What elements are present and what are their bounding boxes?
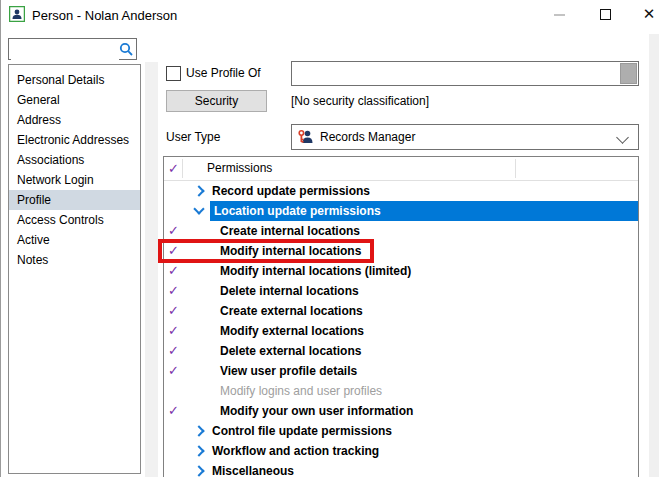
checkmark-icon: ✓: [168, 361, 179, 381]
sidebar-item-electronic-addresses[interactable]: Electronic Addresses: [9, 130, 140, 150]
section-list: Personal Details General Address Electro…: [8, 64, 141, 474]
maximize-button[interactable]: [588, 0, 622, 28]
tree-row-view-user-profile-details[interactable]: ✓ View user profile details: [164, 361, 638, 381]
checkmark-icon: ✓: [168, 241, 179, 261]
sidebar-item-network-login[interactable]: Network Login: [9, 170, 140, 190]
maximize-icon: [600, 9, 611, 20]
tree-header-label: Permissions: [207, 157, 272, 180]
minimize-button: [542, 0, 576, 28]
window-title: Person - Nolan Anderson: [32, 8, 177, 23]
checkmark-icon: ✓: [168, 301, 179, 321]
tree-row-modify-external-locations[interactable]: ✓ Modify external locations: [164, 321, 638, 341]
sidebar-search[interactable]: [8, 38, 137, 60]
records-manager-icon: [298, 129, 314, 145]
sidebar-item-address[interactable]: Address: [9, 110, 140, 130]
tree-row-location-update-permissions[interactable]: Location update permissions: [164, 201, 638, 221]
checkmark-icon: ✓: [168, 261, 179, 281]
checkmark-icon: ✓: [168, 157, 179, 180]
tree-row-delete-internal-locations[interactable]: ✓ Delete internal locations: [164, 281, 638, 301]
profile-of-field[interactable]: [291, 61, 639, 86]
selected-row-highlight: Location update permissions: [210, 201, 638, 221]
chevron-right-icon[interactable]: [193, 445, 204, 456]
minimize-icon: [554, 14, 565, 16]
user-type-label: User Type: [166, 130, 220, 144]
checkmark-icon: ✓: [168, 221, 179, 241]
person-badge-icon: [9, 6, 25, 22]
right-margin-strip: [649, 34, 659, 477]
profile-of-input[interactable]: [294, 64, 618, 83]
chevron-right-icon[interactable]: [193, 425, 204, 436]
sidebar-item-associations[interactable]: Associations: [9, 150, 140, 170]
checkmark-icon: ✓: [168, 401, 179, 421]
chevron-right-icon[interactable]: [193, 465, 204, 476]
header-column-divider: [182, 159, 183, 178]
search-input[interactable]: [11, 40, 119, 60]
close-button[interactable]: ✕: [632, 0, 665, 28]
tree-row-delete-external-locations[interactable]: ✓ Delete external locations: [164, 341, 638, 361]
chevron-down-icon[interactable]: [193, 203, 204, 214]
permissions-tree: ✓ Permissions Record update permissions …: [163, 156, 639, 477]
lookup-button[interactable]: [620, 63, 637, 84]
chevron-down-icon[interactable]: [616, 131, 629, 144]
header-column-divider: [515, 159, 516, 178]
security-button[interactable]: Security: [166, 90, 267, 112]
sidebar-item-general[interactable]: General: [9, 90, 140, 110]
title-bar: Person - Nolan Anderson ✕: [1, 0, 665, 30]
user-type-dropdown[interactable]: Records Manager: [291, 124, 639, 150]
checkmark-icon: ✓: [168, 321, 179, 341]
tree-row-modify-your-own-user-information[interactable]: ✓ Modify your own user information: [164, 401, 638, 421]
tree-row-record-update-permissions[interactable]: Record update permissions: [164, 181, 638, 201]
security-classification-label: [No security classification]: [291, 94, 429, 108]
tree-row-workflow-and-action-tracking[interactable]: Workflow and action tracking: [164, 441, 638, 461]
tree-row-create-internal-locations[interactable]: ✓ Create internal locations: [164, 221, 638, 241]
checkmark-icon: ✓: [168, 281, 179, 301]
sidebar-item-profile[interactable]: Profile: [9, 190, 140, 210]
sidebar-item-active[interactable]: Active: [9, 230, 140, 250]
use-profile-of-label: Use Profile Of: [186, 66, 261, 80]
checkmark-icon: ✓: [168, 341, 179, 361]
person-dialog: Person - Nolan Anderson ✕ Personal Detai…: [0, 0, 665, 477]
tree-row-modify-logins-and-user-profiles[interactable]: Modify logins and user profiles: [164, 381, 638, 401]
tree-row-create-external-locations[interactable]: ✓ Create external locations: [164, 301, 638, 321]
tree-row-modify-internal-locations[interactable]: ✓ Modify internal locations: [164, 241, 638, 261]
use-profile-of-checkbox[interactable]: [166, 66, 181, 81]
tree-row-miscellaneous[interactable]: Miscellaneous: [164, 461, 638, 477]
tree-header[interactable]: ✓ Permissions: [164, 157, 638, 181]
sidebar-item-notes[interactable]: Notes: [9, 250, 140, 270]
search-icon[interactable]: [118, 41, 134, 57]
tree-row-modify-internal-locations-limited[interactable]: ✓ Modify internal locations (limited): [164, 261, 638, 281]
panel-gap-strip: [145, 62, 158, 477]
sidebar-item-personal-details[interactable]: Personal Details: [9, 70, 140, 90]
chevron-right-icon[interactable]: [193, 185, 204, 196]
user-type-value: Records Manager: [320, 130, 415, 144]
tree-row-control-file-update-permissions[interactable]: Control file update permissions: [164, 421, 638, 441]
sidebar-item-access-controls[interactable]: Access Controls: [9, 210, 140, 230]
